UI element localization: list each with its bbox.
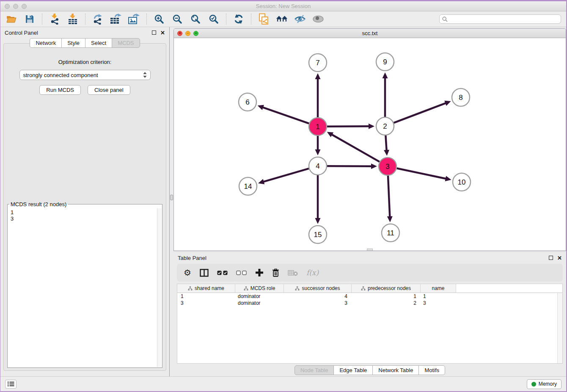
column-header-successor-nodes[interactable]: successor nodes	[284, 284, 352, 293]
memory-label: Memory	[539, 381, 557, 387]
table-cell[interactable]: dominator	[235, 293, 284, 299]
float-table-panel-icon[interactable]	[549, 256, 553, 260]
toolbar-separator	[146, 14, 147, 25]
export-network-icon[interactable]	[92, 13, 104, 25]
canvas-grip-icon[interactable]	[367, 248, 373, 251]
graph-edge-4-3[interactable]	[327, 166, 372, 166]
table-cell[interactable]: 3	[421, 300, 456, 306]
graph-edge-1-2[interactable]	[327, 126, 370, 127]
table-cell[interactable]: 1	[352, 293, 421, 299]
memory-button[interactable]: Memory	[527, 379, 561, 389]
export-table-icon[interactable]	[110, 13, 122, 25]
network-canvas[interactable]: 7968124314101511	[174, 38, 566, 251]
table-cell[interactable]: 1	[421, 293, 456, 299]
ndex-icon[interactable]	[258, 13, 270, 25]
select-all-icon[interactable]	[217, 271, 228, 275]
graph-node-label: 8	[459, 94, 462, 102]
close-panel-button[interactable]: Close panel	[88, 85, 130, 95]
hide-eye-icon[interactable]	[294, 13, 306, 25]
save-session-icon[interactable]	[24, 13, 36, 25]
export-image-icon[interactable]	[128, 13, 140, 25]
table-cell[interactable]: 1	[177, 293, 235, 299]
graph-edge-3-1[interactable]	[331, 134, 380, 162]
tab-network-table[interactable]: Network Table	[372, 365, 419, 375]
refresh-icon[interactable]	[233, 13, 245, 25]
column-header-shared-name[interactable]: shared name	[177, 284, 235, 293]
tab-style[interactable]: Style	[61, 38, 85, 48]
zoom-selected-icon[interactable]	[208, 13, 220, 25]
import-network-icon[interactable]	[49, 13, 61, 25]
minimize-network-button[interactable]: −	[185, 31, 190, 36]
search-input[interactable]	[449, 16, 558, 22]
table-tabs: Node TableEdge TableNetwork TableMotifs	[295, 365, 445, 375]
tab-network[interactable]: Network	[30, 38, 62, 48]
zoom-out-icon[interactable]	[171, 13, 183, 25]
close-network-button[interactable]: ✕	[177, 31, 182, 36]
graph-edge-1-6[interactable]	[262, 107, 309, 124]
node-table-header: shared nameMCDS rolesuccessor nodesprede…	[177, 284, 562, 293]
table-cell[interactable]: 4	[284, 293, 352, 299]
homes-icon[interactable]	[276, 13, 288, 25]
tab-mcds[interactable]: MCDS	[112, 38, 140, 48]
deselect-all-icon[interactable]	[236, 271, 247, 275]
show-eye-icon[interactable]	[312, 13, 324, 25]
column-header-predecessor-nodes[interactable]: predecessor nodes	[352, 284, 421, 293]
column-header-MCDS-role[interactable]: MCDS role	[235, 284, 284, 293]
optimization-criterion-dropdown[interactable]: strongly connected component	[19, 70, 151, 80]
tab-edge-table[interactable]: Edge Table	[333, 365, 373, 375]
add-column-icon[interactable]	[255, 268, 264, 277]
task-history-button[interactable]	[5, 380, 17, 389]
table-row[interactable]: 1dominator411	[177, 293, 562, 300]
zoom-fit-icon[interactable]	[190, 13, 201, 25]
table-row[interactable]: 3dominator323	[177, 300, 562, 306]
graph-arrowhead	[383, 72, 388, 78]
table-cell[interactable]: dominator	[235, 300, 284, 306]
network-window-title: scc.txt	[362, 30, 378, 36]
splitter-grip-icon[interactable]	[170, 195, 173, 200]
column-header-name[interactable]: name	[421, 284, 456, 293]
maximize-window-button[interactable]	[22, 4, 27, 9]
close-panel-icon[interactable]: ✕	[160, 30, 165, 36]
float-panel-icon[interactable]	[152, 30, 156, 35]
table-cell[interactable]: 3	[177, 300, 235, 306]
tab-node-table[interactable]: Node Table	[295, 365, 334, 375]
close-table-panel-icon[interactable]: ✕	[557, 255, 562, 261]
graph-edge-4-14[interactable]	[263, 168, 309, 182]
minimize-window-button[interactable]	[13, 4, 18, 9]
graph-arrowhead	[387, 216, 393, 222]
panel-splitter[interactable]	[170, 27, 173, 376]
run-mcds-button[interactable]: Run MCDS	[39, 85, 81, 95]
node-table[interactable]: shared nameMCDS rolesuccessor nodesprede…	[177, 284, 563, 364]
columns-icon[interactable]	[200, 269, 209, 277]
zoom-in-icon[interactable]	[153, 13, 165, 25]
table-cell[interactable]: 3	[284, 300, 352, 306]
tab-select[interactable]: Select	[85, 38, 112, 48]
search-field[interactable]	[439, 14, 561, 24]
graph-edge-2-3[interactable]	[385, 135, 386, 151]
result-scrollbar[interactable]	[157, 208, 162, 367]
graph-edge-3-10[interactable]	[397, 168, 447, 179]
open-session-icon[interactable]	[6, 13, 17, 25]
delete-column-icon[interactable]	[272, 268, 279, 277]
memory-status-icon	[531, 382, 536, 386]
graph-edge-2-8[interactable]	[394, 103, 447, 123]
mcds-result-area[interactable]: 1 3	[8, 208, 162, 367]
graph-arrowhead	[315, 149, 321, 155]
graph-arrowhead	[371, 163, 377, 169]
table-cell[interactable]: 2	[352, 300, 421, 306]
graph-edge-3-11[interactable]	[388, 176, 390, 218]
column-type-icon	[361, 286, 366, 291]
graph-arrowhead	[258, 179, 264, 184]
gear-icon[interactable]: ⚙	[184, 268, 191, 277]
delete-table-icon[interactable]	[288, 270, 298, 276]
graph-node-label: 10	[458, 178, 466, 186]
function-builder-icon[interactable]: f(x)	[306, 268, 319, 277]
maximize-network-button[interactable]: +	[193, 31, 198, 36]
status-bar: Memory	[0, 376, 566, 391]
mcds-result-text: 1 3	[8, 208, 162, 223]
tab-motifs[interactable]: Motifs	[418, 365, 445, 375]
table-scrollbar[interactable]	[557, 293, 562, 363]
close-window-button[interactable]	[5, 4, 10, 9]
import-table-icon[interactable]	[67, 13, 79, 25]
node-table-body: 1dominator4113dominator323	[177, 293, 562, 306]
